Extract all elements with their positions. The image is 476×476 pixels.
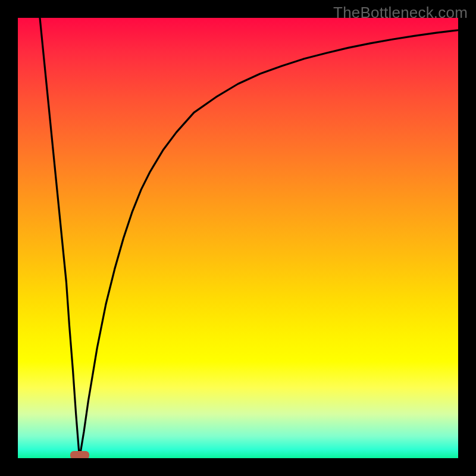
- watermark-text: TheBottleneck.com: [333, 4, 468, 22]
- plot-area: [18, 18, 458, 458]
- minimum-marker: [70, 451, 89, 458]
- curve-path: [40, 18, 458, 458]
- curve-svg: [18, 18, 458, 458]
- chart-frame: TheBottleneck.com: [0, 0, 476, 476]
